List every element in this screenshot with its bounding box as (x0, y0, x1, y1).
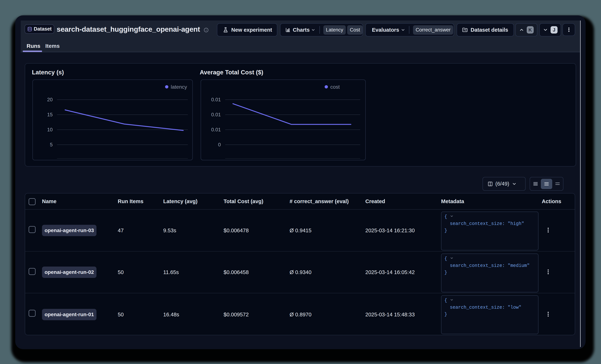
svg-text:latency: latency (171, 84, 187, 90)
svg-text:10: 10 (47, 127, 53, 133)
svg-text:0.01: 0.01 (211, 112, 221, 117)
svg-text:15: 15 (47, 112, 53, 117)
svg-text:0: 0 (218, 142, 221, 147)
svg-text:cost: cost (330, 84, 340, 90)
svg-text:0.01: 0.01 (211, 127, 221, 133)
svg-text:5: 5 (50, 142, 53, 147)
svg-text:0.01: 0.01 (211, 97, 221, 102)
svg-text:20: 20 (47, 97, 53, 102)
